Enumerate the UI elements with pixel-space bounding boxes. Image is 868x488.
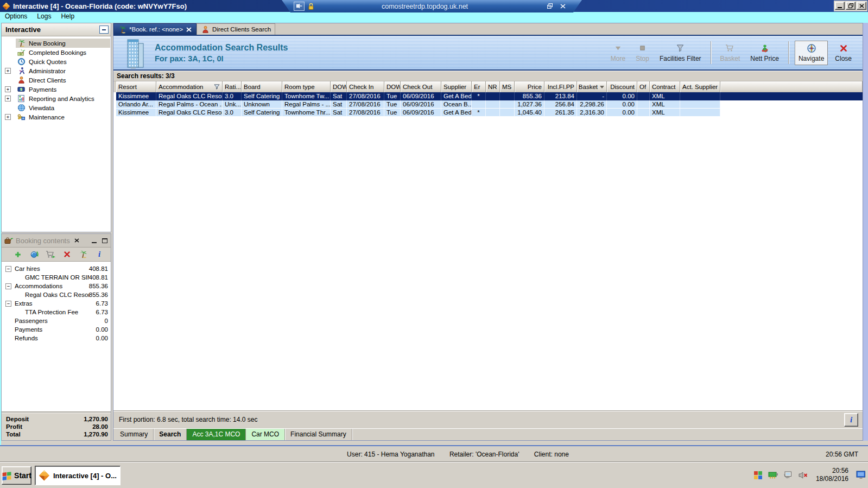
expand-box[interactable]: +	[5, 114, 11, 120]
column-header-check-out[interactable]: Check Out	[401, 81, 441, 92]
computer-tray-icon[interactable]	[784, 471, 793, 479]
column-header-accommodation[interactable]: Accommodation	[156, 81, 223, 92]
column-header-room-type[interactable]: Room type	[282, 81, 331, 92]
start-button[interactable]: Start	[2, 466, 31, 485]
sidebar-item-maintenance[interactable]: +Maintenance	[2, 112, 111, 122]
menu-item-logs[interactable]: Logs	[32, 12, 56, 21]
add-item-button[interactable]	[13, 250, 23, 259]
cell-supplier: Get A Bed	[441, 109, 472, 117]
column-header-of[interactable]: Of	[637, 81, 650, 92]
menu-item-options[interactable]: Options	[0, 12, 32, 21]
column-header-basket[interactable]: Basket	[577, 81, 607, 92]
facilities-filter-button[interactable]: Facilities Filter	[656, 41, 705, 65]
column-header-incl-fl-pp[interactable]: Incl.Fl.PP	[544, 81, 577, 92]
tab-direct-clients-search[interactable]: Direct Clients Search	[197, 23, 275, 35]
sidebar-item-payments[interactable]: +$Payments	[2, 85, 111, 94]
basket-button[interactable]: Basket	[717, 41, 744, 65]
cell-rati: 3.0	[223, 92, 242, 100]
column-header-dow[interactable]: DOW	[384, 81, 401, 92]
booking-row-refunds[interactable]: Refunds0.00	[2, 334, 111, 343]
new-booking-button[interactable]	[78, 250, 88, 259]
toolbar-separator	[788, 41, 789, 64]
tab-close-button[interactable]	[186, 26, 192, 33]
column-header-nr[interactable]: NR	[486, 81, 500, 92]
tab-book-ref-none[interactable]: *Book. ref.: <none>	[113, 23, 197, 35]
pin-button[interactable]	[294, 2, 305, 11]
move-to-basket-button[interactable]	[46, 250, 55, 259]
sidebar-collapse-button[interactable]	[99, 26, 109, 34]
bottom-tab-summary[interactable]: Summary	[115, 429, 154, 440]
booking-contents-maximize-button[interactable]	[100, 237, 109, 244]
rdp-restore-button[interactable]	[547, 3, 553, 10]
nett-price-button[interactable]: Nett Price	[747, 41, 782, 65]
booking-row-regal-oaks-clc-resor[interactable]: Regal Oaks CLC Resor855.36	[2, 290, 111, 299]
info-button[interactable]: i	[94, 250, 104, 259]
menu-item-help[interactable]: Help	[56, 12, 79, 21]
booking-row-passengers[interactable]: Passengers0	[2, 316, 111, 325]
rdp-close-button[interactable]	[560, 3, 566, 10]
booking-row-extras[interactable]: −Extras6.73	[2, 299, 111, 308]
column-header-ms[interactable]: MS	[500, 81, 515, 92]
column-header-resort[interactable]: Resort	[116, 81, 156, 92]
delete-item-button[interactable]	[62, 250, 72, 259]
booking-row-tta-protection-fee[interactable]: TTA Protection Fee6.73	[2, 308, 111, 316]
bottom-tab-search[interactable]: Search	[154, 429, 187, 440]
sidebar-panel: Interactive New BookingCompleted Booking…	[1, 23, 111, 232]
close-button[interactable]: Close	[832, 41, 855, 65]
sidebar-item-direct-clients[interactable]: Direct Clients	[2, 75, 111, 85]
column-header-contract[interactable]: Contract	[650, 81, 680, 92]
sidebar-item-new-booking[interactable]: New Booking	[2, 39, 111, 48]
booking-row-payments[interactable]: Payments0.00	[2, 325, 111, 334]
collapse-box[interactable]: −	[5, 266, 11, 272]
navigate-button[interactable]: Navigate	[795, 41, 828, 65]
column-header-discount[interactable]: Discount	[607, 81, 637, 92]
result-row-1[interactable]: KissimmeeRegal Oaks CLC Resort3.0Self Ca…	[116, 92, 863, 100]
column-header-dow[interactable]: DOW	[331, 81, 347, 92]
sidebar-item-completed-bookings[interactable]: Completed Bookings	[2, 48, 111, 57]
bottom-tab-acc-3a-1c-mco[interactable]: Acc 3A,1C MCO	[187, 429, 246, 440]
bottom-tab-car-mco[interactable]: Car MCO	[246, 429, 285, 440]
stop-button[interactable]: Stop	[632, 41, 652, 65]
booking-row-gmc-terrain-or-sim[interactable]: GMC TERRAIN OR SIM408.81	[2, 273, 111, 282]
booking-contents-minimize-button[interactable]	[90, 237, 98, 244]
sidebar-item-quick-quotes[interactable]: Quick Quotes	[2, 57, 111, 66]
more-button[interactable]: More	[607, 41, 629, 65]
expand-box[interactable]: +	[5, 96, 11, 102]
clock-globe-icon	[17, 58, 26, 66]
remote-desktop-tray-icon[interactable]	[856, 471, 866, 479]
column-header-rati[interactable]: Rati...	[223, 81, 242, 92]
cell-room-type: Townhome Tw...	[282, 92, 331, 100]
booking-contents-close-button[interactable]	[74, 238, 79, 243]
column-header-check-in[interactable]: Check In	[347, 81, 384, 92]
pin-icon	[296, 3, 302, 9]
expand-box[interactable]: +	[5, 68, 11, 74]
volume-muted-icon[interactable]	[799, 471, 808, 479]
result-row-2[interactable]: Orlando Ar...Regal Palms - Ocean ...Unk.…	[116, 100, 720, 109]
close-button[interactable]	[857, 2, 866, 10]
column-filter-icon[interactable]	[214, 84, 220, 90]
info-button[interactable]: i	[844, 413, 858, 427]
antivirus-tray-icon[interactable]	[753, 471, 763, 480]
network-tray-icon[interactable]	[768, 471, 778, 479]
sidebar-item-reporting-and-analytics[interactable]: +Reporting and Analytics	[2, 94, 111, 103]
restore-button[interactable]	[846, 2, 856, 10]
sidebar-item-administrator[interactable]: +Administrator	[2, 66, 111, 75]
cell-rati: Unk...	[223, 100, 242, 109]
column-header-er[interactable]: Er	[472, 81, 486, 92]
column-header-act-supplier[interactable]: Act. Supplier	[680, 81, 720, 92]
booking-row-accommodations[interactable]: −Accommodations855.36	[2, 282, 111, 290]
booking-row-car-hires[interactable]: −Car hires408.81	[2, 264, 111, 273]
refresh-button[interactable]	[29, 250, 39, 259]
column-header-supplier[interactable]: Supplier	[441, 81, 472, 92]
result-row-3[interactable]: KissimmeeRegal Oaks CLC Resort3.0Self Ca…	[116, 109, 720, 117]
bottom-tab-financial-summary[interactable]: Financial Summary	[285, 429, 352, 440]
filter-icon	[676, 43, 685, 53]
collapse-box[interactable]: −	[5, 283, 11, 289]
minimize-button[interactable]	[835, 2, 845, 10]
collapse-box[interactable]: −	[5, 301, 11, 307]
column-header-price[interactable]: Price	[515, 81, 544, 92]
sidebar-item-viewdata[interactable]: Viewdata	[2, 103, 111, 112]
column-header-board[interactable]: Board	[242, 81, 282, 92]
expand-box[interactable]: +	[5, 86, 11, 92]
taskbar-task-button[interactable]: Interactive [4] - O...	[35, 466, 121, 485]
